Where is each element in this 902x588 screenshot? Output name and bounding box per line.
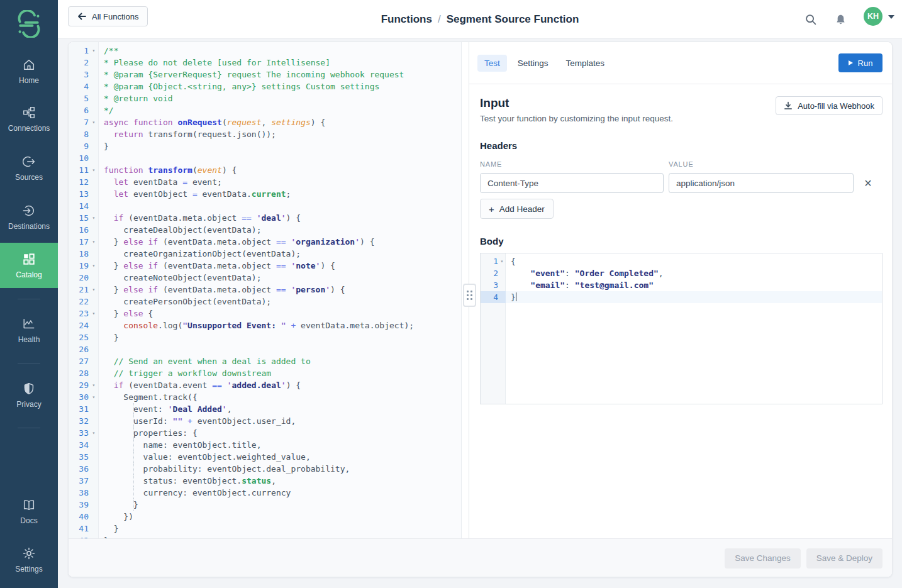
code-editor[interactable]: 1▾/**2* Please do not delete [used for I… [69,42,462,538]
code-line: 27 // Send an event when a deal is added… [69,355,461,367]
run-button[interactable]: Run [838,53,883,72]
body-section-title: Body [480,236,883,247]
line-number: 3 [481,279,498,291]
line-number: 37 [69,475,89,487]
header-value-input[interactable] [669,173,854,193]
fold-arrow-icon[interactable]: ▾ [89,427,99,439]
tab-templates[interactable]: Templates [559,55,612,72]
fold-arrow-icon[interactable]: ▾ [89,260,99,272]
fold-arrow-icon[interactable]: ▾ [89,308,99,319]
splitter-drag-handle[interactable] [463,284,476,307]
code-line: 30▾ Segment.track({ [69,391,461,403]
fold-spacer [89,272,99,284]
fold-arrow-icon[interactable]: ▾ [89,45,99,57]
sidebar-item-destinations[interactable]: Destinations [0,204,58,231]
fold-arrow-icon[interactable]: ▾ [89,391,99,403]
code-line: 29▾ if (eventData.event == 'added.deal')… [69,379,461,391]
sidebar-item-settings[interactable]: Settings [0,546,58,574]
code-line: 35 value: eventObject.weighted_value, [69,451,461,463]
line-number: 2 [481,267,498,279]
fold-spacer [498,291,506,303]
code-line: 32 userId: "" + eventObject.user_id, [69,415,461,427]
fold-spacer [89,188,99,200]
sidebar-divider [18,428,40,428]
save-changes-button[interactable]: Save Changes [725,548,801,569]
sidebar-divider [18,299,40,299]
line-number: 17 [69,236,89,248]
sidebar-item-label: Health [18,335,40,344]
add-header-button[interactable]: + Add Header [480,199,554,219]
fold-spacer [89,92,99,104]
code-line: 1▾{ [481,255,882,267]
line-number: 25 [69,331,89,343]
line-number: 7 [69,116,89,128]
back-button-label: All Functions [92,12,138,21]
fold-arrow-icon[interactable]: ▾ [89,164,99,176]
fold-spacer [89,475,99,487]
sidebar-item-home[interactable]: Home [0,58,58,85]
code-line: 34 name: eventObject.title, [69,439,461,451]
fold-spacer [89,140,99,152]
tab-settings[interactable]: Settings [511,55,555,72]
breadcrumb-functions[interactable]: Functions [381,13,432,26]
segment-logo-icon[interactable] [15,10,43,38]
code-line: 12 let eventData = event; [69,176,461,188]
sidebar-item-docs[interactable]: Docs [0,498,58,525]
input-section-title: Input [480,96,673,110]
code-line: 9} [69,140,461,152]
fold-arrow-icon[interactable]: ▾ [89,116,99,128]
search-icon[interactable] [803,11,819,28]
line-number: 42 [69,535,89,538]
bell-icon[interactable] [832,11,849,28]
fold-spacer [89,152,99,164]
line-number: 16 [69,224,89,236]
line-number: 32 [69,415,89,427]
code-line: 8 return transform(request.json()); [69,128,461,140]
fold-spacer [498,279,506,291]
fold-spacer [89,319,99,331]
all-functions-back-button[interactable]: All Functions [68,6,148,26]
line-number: 26 [69,343,89,355]
fold-spacer [89,200,99,212]
sidebar-item-catalog[interactable]: Catalog [0,243,58,288]
fold-spacer [89,331,99,343]
fold-arrow-icon[interactable]: ▾ [498,255,506,267]
user-avatar[interactable]: KH [864,7,883,26]
sidebar-item-label: Destinations [8,222,50,231]
tab-test[interactable]: Test [477,55,507,72]
fold-arrow-icon[interactable]: ▾ [89,379,99,391]
chevron-down-icon[interactable] [888,15,894,19]
autofill-webhook-button[interactable]: Auto-fill via Webhook [776,96,883,115]
body-json-editor[interactable]: 1▾{2 "event": "Order Completed",3 "email… [480,253,883,404]
line-number: 8 [69,128,89,140]
code-line: 19▾ } else if (eventData.meta.object == … [69,260,461,272]
fold-spacer [89,487,99,499]
code-line: 17▾ } else if (eventData.meta.object == … [69,236,461,248]
code-line: 16 createDealObject(eventData); [69,224,461,236]
close-icon: ✕ [864,178,872,189]
editor-split-view: 1▾/**2* Please do not delete [used for I… [69,42,892,538]
line-number: 24 [69,319,89,331]
header-name-input[interactable] [480,173,664,193]
sidebar-item-connections[interactable]: Connections [0,106,58,133]
line-number: 6 [69,104,89,116]
book-icon [22,498,36,512]
code-line: 42} [69,535,461,538]
line-number: 35 [69,451,89,463]
line-number: 34 [69,439,89,451]
code-line: 15▾ if (eventData.meta.object == 'deal')… [69,212,461,224]
save-deploy-button[interactable]: Save & Deploy [806,548,883,569]
sidebar-item-health[interactable]: Health [0,317,58,344]
sidebar-item-sources[interactable]: Sources [0,155,58,182]
fold-spacer [89,57,99,69]
card-footer: Save Changes Save & Deploy [69,538,892,577]
code-line: 41 } [69,523,461,535]
fold-arrow-icon[interactable]: ▾ [89,284,99,296]
fold-arrow-icon[interactable]: ▾ [89,236,99,248]
fold-arrow-icon[interactable]: ▾ [89,212,99,224]
remove-header-button[interactable]: ✕ [859,174,877,192]
code-line: 2* Please do not delete [used for Intell… [69,57,461,69]
sidebar-item-privacy[interactable]: Privacy [0,382,58,409]
line-number: 11 [69,164,89,176]
headers-section-title: Headers [480,140,883,151]
